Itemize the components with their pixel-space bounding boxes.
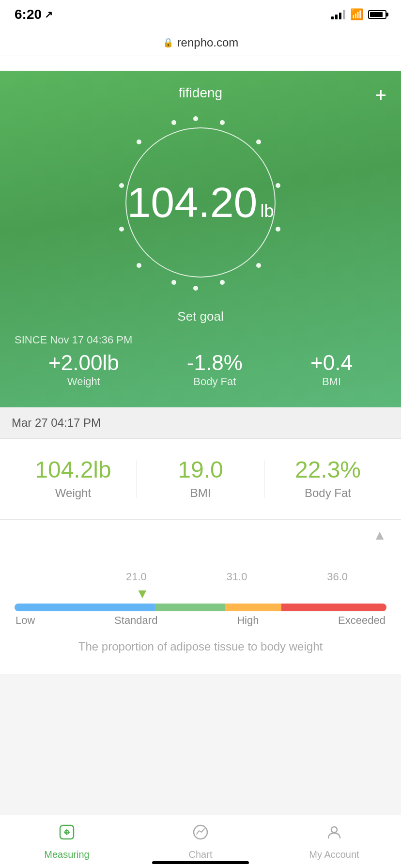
date-strip: Mar 27 04:17 PM bbox=[0, 407, 401, 439]
weight-display: 104.20 lb bbox=[127, 181, 274, 224]
svg-point-5 bbox=[331, 827, 337, 833]
nav-account-label: My Account bbox=[309, 849, 359, 860]
scale-high bbox=[225, 604, 281, 611]
nav-chart[interactable]: Chart bbox=[134, 815, 267, 868]
bottom-padding bbox=[0, 674, 401, 737]
stat-weight: +2.00lb Weight bbox=[48, 352, 119, 388]
scale-label-exceeded: Exceeded bbox=[338, 614, 386, 627]
svg-point-4 bbox=[194, 825, 207, 839]
green-header-section: fifideng + 104.20 lb bbox=[0, 71, 401, 407]
ring-dot bbox=[193, 286, 198, 291]
ring-dot bbox=[171, 120, 176, 125]
add-button[interactable]: + bbox=[375, 85, 386, 105]
nav-measuring-label: Measuring bbox=[44, 849, 89, 860]
ring-dot bbox=[119, 183, 124, 188]
metric-bmi: 19.0 BMI bbox=[137, 458, 264, 500]
status-bar: 6:20 ↗ 📶 bbox=[0, 0, 401, 29]
scale-label-standard: Standard bbox=[114, 614, 157, 627]
profile-row: fifideng + bbox=[10, 85, 391, 101]
stat-bodyfat-label: Body Fat bbox=[193, 375, 236, 388]
chart-icon bbox=[192, 823, 209, 845]
metric-bodyfat-value: 22.3% bbox=[295, 458, 361, 481]
location-icon: ↗ bbox=[45, 9, 53, 20]
account-icon bbox=[325, 823, 343, 845]
signal-bars-icon bbox=[331, 10, 345, 19]
bmi-indicator-icon: ▼ bbox=[136, 586, 149, 602]
nav-chart-label: Chart bbox=[189, 849, 213, 860]
scale-low bbox=[15, 604, 155, 611]
wifi-icon: 📶 bbox=[350, 8, 363, 21]
nav-measuring[interactable]: Measuring bbox=[0, 815, 134, 868]
dots-ring: 104.20 lb bbox=[108, 110, 293, 294]
stat-bodyfat: -1.8% Body Fat bbox=[187, 352, 243, 388]
scale-label-low: Low bbox=[15, 614, 35, 627]
ring-dot bbox=[220, 120, 225, 125]
ring-dot bbox=[137, 140, 141, 144]
metrics-row: 104.2lb Weight 19.0 BMI 22.3% Body Fat bbox=[0, 439, 401, 520]
bmi-indicator-row: ▼ bbox=[15, 585, 386, 603]
scale-standard bbox=[155, 604, 225, 611]
bottom-nav: Measuring Chart My Account bbox=[0, 815, 401, 868]
stat-bmi-label: BMI bbox=[322, 375, 341, 388]
status-icons: 📶 bbox=[331, 8, 386, 21]
stats-row: +2.00lb Weight -1.8% Body Fat +0.4 BMI bbox=[10, 352, 391, 388]
home-indicator bbox=[152, 861, 249, 864]
lock-icon: 🔒 bbox=[163, 37, 173, 48]
weight-unit: lb bbox=[261, 202, 274, 220]
stat-bmi: +0.4 BMI bbox=[310, 352, 353, 388]
ring-dot bbox=[193, 116, 198, 121]
chart-arrow-row[interactable]: ▲ bbox=[0, 520, 401, 551]
ring-dot bbox=[119, 227, 124, 232]
battery-icon bbox=[368, 10, 386, 19]
since-label: SINCE Nov 17 04:36 PM bbox=[10, 334, 391, 346]
bmi-description: The proportion of adipose tissue to body… bbox=[15, 638, 386, 655]
nav-my-account[interactable]: My Account bbox=[267, 815, 401, 868]
ring-dot bbox=[276, 183, 280, 188]
status-time: 6:20 ↗ bbox=[15, 7, 53, 22]
expand-chart-icon[interactable]: ▲ bbox=[373, 527, 386, 543]
ring-dot bbox=[256, 263, 261, 268]
ring-dot bbox=[276, 227, 280, 232]
ring-dot bbox=[171, 280, 176, 285]
metric-bmi-label: BMI bbox=[190, 486, 211, 500]
bmi-num-3: 36.0 bbox=[327, 571, 348, 583]
metric-bodyfat-label: Body Fat bbox=[305, 486, 351, 500]
scale-exceeded bbox=[281, 604, 386, 611]
metric-weight-value: 104.2lb bbox=[35, 458, 111, 481]
ring-dot bbox=[137, 263, 141, 268]
bmi-num-2: 31.0 bbox=[227, 571, 247, 583]
ring-dot bbox=[256, 140, 261, 144]
scale-label-high: High bbox=[237, 614, 259, 627]
weight-circle-container: 104.20 lb bbox=[10, 110, 391, 294]
profile-name: fifideng bbox=[179, 85, 222, 101]
metric-weight-label: Weight bbox=[55, 486, 91, 500]
metric-bmi-value: 19.0 bbox=[178, 458, 223, 481]
measuring-icon bbox=[58, 823, 76, 845]
url-display: 🔒 renpho.com bbox=[163, 36, 239, 49]
metric-weight: 104.2lb Weight bbox=[10, 458, 137, 500]
ring-dot bbox=[220, 280, 225, 285]
stat-weight-value: +2.00lb bbox=[48, 352, 119, 373]
bmi-section: 21.0 31.0 36.0 ▼ Low Standard High Excee… bbox=[0, 551, 401, 674]
bmi-num-1: 21.0 bbox=[126, 571, 147, 583]
metric-bodyfat: 22.3% Body Fat bbox=[264, 458, 391, 500]
weight-circle: 104.20 lb bbox=[125, 127, 276, 278]
scale-text-row: Low Standard High Exceeded bbox=[15, 614, 386, 627]
bmi-scale-bar bbox=[15, 604, 386, 611]
bmi-scale-wrapper: 21.0 31.0 36.0 ▼ Low Standard High Excee… bbox=[15, 571, 386, 627]
set-goal-button[interactable]: Set goal bbox=[10, 309, 391, 324]
stat-bmi-value: +0.4 bbox=[310, 352, 353, 373]
top-spacer bbox=[0, 56, 401, 71]
stat-bodyfat-value: -1.8% bbox=[187, 352, 243, 373]
url-bar[interactable]: 🔒 renpho.com bbox=[0, 29, 401, 56]
stat-weight-label: Weight bbox=[67, 375, 100, 388]
